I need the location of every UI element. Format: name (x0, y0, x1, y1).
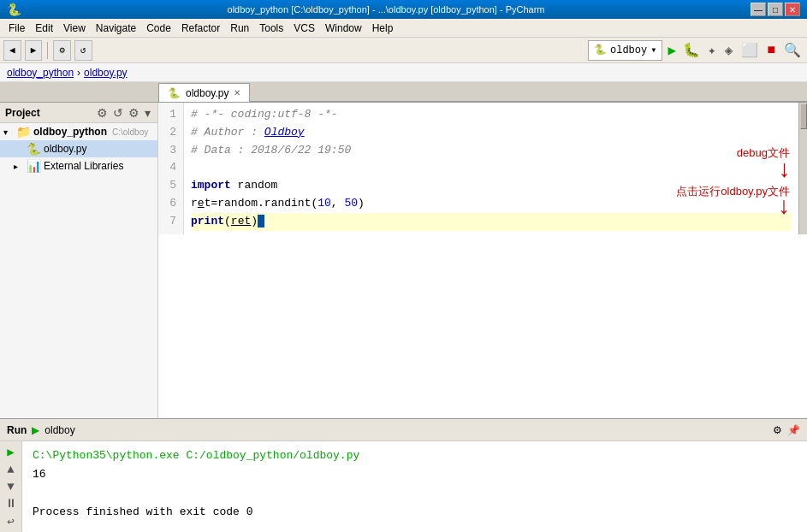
title-bar: 🐍 oldboy_python [C:\oldboy_python] - ...… (0, 0, 807, 19)
sidebar-sync-icon[interactable]: ↺ (111, 106, 125, 120)
stop-button[interactable]: ■ (764, 43, 778, 58)
run-output-result: 16 (33, 465, 797, 484)
breadcrumb-project[interactable]: oldboy_python (7, 67, 74, 79)
menu-tools[interactable]: Tools (254, 21, 288, 36)
code-line-4 (191, 159, 792, 177)
run-output: C:\Python35\python.exe C:/oldboy_python/… (22, 441, 807, 532)
run-output-command: C:\Python35\python.exe C:/oldboy_python/… (33, 446, 797, 465)
run-up-icon[interactable]: ▲ (7, 463, 14, 476)
sidebar: Project ⚙ ↺ ⚙ ▾ ▾ 📁 oldboy_python C:\old… (0, 103, 158, 418)
run-sidebar: ▶ ▲ ▼ ⏸ ↩ 🔍 ☰ 🗑 📌 (0, 441, 22, 532)
menu-edit[interactable]: Edit (30, 21, 58, 36)
toolbar-settings-button[interactable]: ⚙ (53, 40, 71, 61)
tab-oldboy-py[interactable]: 🐍 oldboy.py ✕ (158, 83, 250, 102)
code-line-7: print(ret) (191, 213, 792, 231)
run-config-icon: 🐍 (594, 44, 607, 56)
run-config-label: oldboy (610, 44, 647, 56)
run-wrap-icon[interactable]: ↩ (7, 514, 14, 529)
toolbar-sep-1 (47, 42, 48, 59)
code-line-5: import random (191, 177, 792, 195)
menu-navigate[interactable]: Navigate (91, 21, 141, 36)
file-icon-oldboy: 🐍 (27, 142, 41, 156)
code-editor[interactable]: 1 2 3 4 5 6 7 # -*- coding:utf-8 -*- # A… (158, 103, 807, 418)
run-panel-body: ▶ ▲ ▼ ⏸ ↩ 🔍 ☰ 🗑 📌 C:\Python35\python.exe… (0, 441, 807, 532)
minimize-button[interactable]: — (751, 3, 766, 16)
sidebar-header: Project ⚙ ↺ ⚙ ▾ (0, 103, 157, 123)
tree-path-root: C:\oldboy (112, 127, 148, 137)
run-panel-settings-icon[interactable]: ⚙ (773, 424, 782, 436)
run-output-blank (33, 484, 797, 503)
sidebar-toolbar: ⚙ ↺ ⚙ ▾ (95, 106, 152, 120)
scrollbar-thumb[interactable] (800, 103, 807, 129)
maximize-button[interactable]: □ (768, 3, 783, 16)
line-numbers: 1 2 3 4 5 6 7 (158, 103, 184, 234)
menu-run[interactable]: Run (225, 21, 254, 36)
code-line-3: # Data : 2018/6/22 19:50 (191, 142, 792, 160)
menu-view[interactable]: View (58, 21, 91, 36)
breadcrumb-sep1: › (77, 67, 80, 79)
menu-file[interactable]: File (3, 21, 30, 36)
tree-label-external-libs: External Libraries (44, 160, 123, 172)
run-panel-icon: ▶ (32, 424, 39, 436)
breadcrumb-file[interactable]: oldboy.py (84, 67, 127, 79)
run-panel-pin-icon[interactable]: 📌 (787, 424, 800, 436)
menu-bar: File Edit View Navigate Code Refactor Ru… (0, 19, 807, 38)
run-panel-header: Run ▶ oldboy ⚙ 📌 (0, 419, 807, 441)
vertical-scrollbar[interactable] (798, 103, 807, 234)
run-button[interactable]: ▶ (666, 42, 678, 59)
menu-help[interactable]: Help (367, 21, 399, 36)
build-button[interactable]: ⬜ (739, 42, 761, 59)
folder-icon-root: 📁 (16, 125, 31, 139)
code-line-1: # -*- coding:utf-8 -*- (191, 106, 792, 124)
code-line-2: # Author : Oldboy (191, 124, 792, 142)
profile-button[interactable]: ◈ (722, 42, 736, 59)
run-panel: Run ▶ oldboy ⚙ 📌 ▶ ▲ ▼ ⏸ ↩ 🔍 ☰ 🗑 📌 C:\Py… (0, 419, 807, 532)
run-panel-tab: oldboy (45, 424, 74, 436)
tree-item-oldboy-py[interactable]: 🐍 oldboy.py ➤ (0, 140, 157, 157)
toolbar-sync-button[interactable]: ↺ (74, 40, 92, 61)
title-bar-title: oldboy_python [C:\oldboy_python] - ...\o… (21, 4, 751, 15)
breadcrumb: oldboy_python › oldboy.py (0, 63, 807, 82)
sidebar-settings-icon[interactable]: ⚙ (95, 106, 110, 120)
search-everywhere-button[interactable]: 🔍 (781, 42, 804, 59)
run-config-dropdown-icon: ▾ (650, 44, 656, 56)
code-line-6: ret=random.randint(10, 50) (191, 195, 792, 213)
tab-label: oldboy.py (186, 87, 228, 99)
tree-label-root: oldboy_python (33, 126, 107, 138)
tree-item-root[interactable]: ▾ 📁 oldboy_python C:\oldboy (0, 123, 157, 140)
sidebar-title: Project (5, 107, 40, 119)
debug-button[interactable]: 🐛 (681, 42, 702, 59)
run-play-icon[interactable]: ▶ (7, 445, 14, 459)
run-panel-title: Run (7, 424, 27, 436)
toolbar: ◀ ▶ ⚙ ↺ 🐍 oldboy ▾ ▶ 🐛 ✦ ◈ ⬜ ■ 🔍 (0, 38, 807, 63)
tree-label-oldboy-py: oldboy.py (44, 143, 86, 155)
toolbar-forward-button[interactable]: ▶ (25, 40, 43, 61)
menu-refactor[interactable]: Refactor (176, 21, 225, 36)
run-output-exit: Process finished with exit code 0 (33, 503, 797, 522)
run-down-icon[interactable]: ▼ (7, 480, 14, 494)
tree-item-external-libs[interactable]: ▸ 📊 External Libraries (0, 157, 157, 174)
sidebar-gear-icon[interactable]: ⚙ (127, 106, 141, 120)
tree-expand-ext: ▸ (14, 162, 24, 171)
run-pause-icon[interactable]: ⏸ (5, 497, 17, 511)
tree-expand-root: ▾ (3, 127, 14, 137)
menu-code[interactable]: Code (141, 21, 176, 36)
window-controls: — □ ✕ (751, 3, 800, 16)
ext-libs-icon: 📊 (27, 159, 41, 173)
title-bar-icon: 🐍 (7, 3, 21, 16)
code-content: 1 2 3 4 5 6 7 # -*- coding:utf-8 -*- # A… (158, 103, 807, 234)
tab-file-icon: 🐍 (168, 87, 181, 99)
close-button[interactable]: ✕ (785, 3, 800, 16)
menu-window[interactable]: Window (320, 21, 367, 36)
coverage-button[interactable]: ✦ (705, 42, 719, 59)
toolbar-back-button[interactable]: ◀ (3, 40, 21, 61)
tab-close-button[interactable]: ✕ (234, 88, 240, 98)
run-config-selector[interactable]: 🐍 oldboy ▾ (588, 40, 662, 61)
sidebar-collapse-icon[interactable]: ▾ (143, 106, 152, 120)
menu-vcs[interactable]: VCS (288, 21, 320, 36)
main-layout: Project ⚙ ↺ ⚙ ▾ ▾ 📁 oldboy_python C:\old… (0, 103, 807, 419)
code-lines: # -*- coding:utf-8 -*- # Author : Oldboy… (184, 103, 798, 234)
